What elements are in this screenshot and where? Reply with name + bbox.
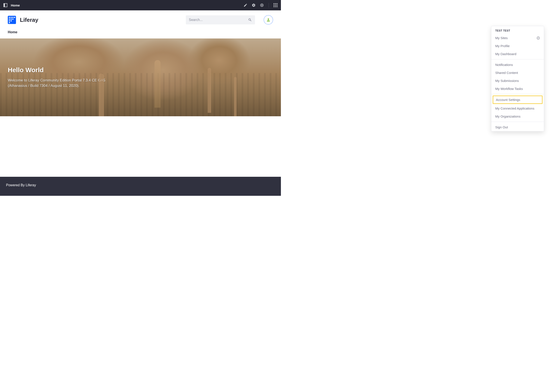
- hero-banner: Hello World Welcome to Liferay Community…: [0, 38, 281, 116]
- control-bar-separator: [269, 3, 269, 7]
- hero-headline: Hello World: [8, 66, 273, 74]
- edit-icon[interactable]: [244, 3, 247, 7]
- panel-toggle-icon[interactable]: [3, 3, 7, 7]
- nav-home[interactable]: Home: [8, 30, 17, 34]
- site-header: Liferay: [0, 10, 281, 26]
- search-icon[interactable]: [248, 18, 252, 22]
- brand-logo-icon: [8, 16, 16, 24]
- site-nav: Home: [0, 26, 281, 38]
- control-bar-title[interactable]: Home: [11, 3, 20, 7]
- footer-powered-prefix: Powered By: [6, 183, 26, 187]
- hero-body: Welcome to Liferay Community Edition Por…: [8, 77, 120, 89]
- apps-grid-icon[interactable]: [273, 3, 278, 7]
- gear-icon[interactable]: [252, 3, 256, 7]
- footer-powered-link[interactable]: Liferay: [26, 183, 36, 187]
- simulation-icon[interactable]: [260, 3, 264, 7]
- search-input[interactable]: [189, 18, 248, 22]
- control-bar: Home: [0, 0, 281, 10]
- brand[interactable]: Liferay: [8, 16, 181, 24]
- brand-name: Liferay: [20, 17, 38, 23]
- footer: Powered By Liferay: [0, 177, 281, 196]
- user-avatar-button[interactable]: [264, 15, 273, 25]
- user-icon: [266, 18, 271, 22]
- search-box[interactable]: [186, 15, 255, 24]
